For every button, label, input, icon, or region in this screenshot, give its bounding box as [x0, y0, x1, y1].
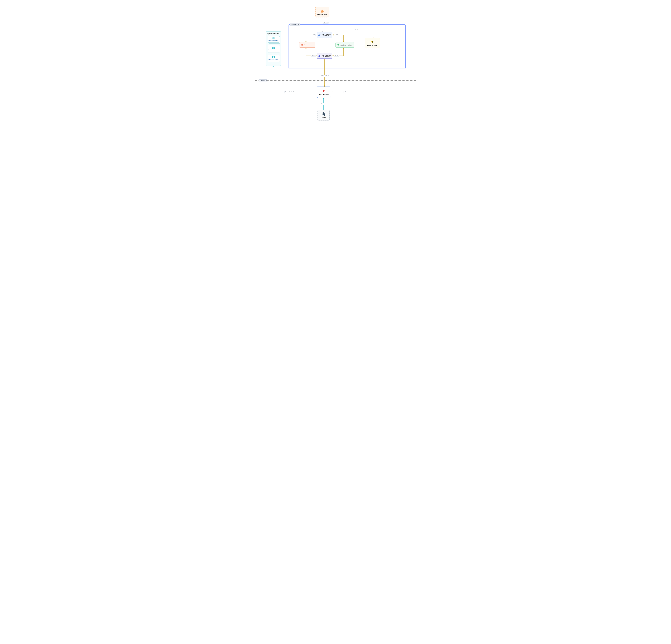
upstream-container: Upstream services Business service Busin… — [266, 31, 281, 66]
control-plane-label: Control Plane — [290, 23, 300, 26]
administrator-node: Administrator — [315, 7, 329, 17]
edge-dp-db: mTLS — [334, 55, 339, 56]
svg-point-17 — [324, 114, 325, 115]
user-admin-icon — [320, 9, 324, 13]
clients-node: Clients — [317, 110, 330, 120]
database-label: Relational Database — [340, 44, 352, 46]
clients-label: Clients — [321, 117, 326, 118]
edge-dash-prom: mTLS — [311, 34, 316, 36]
server-icon — [272, 47, 275, 49]
edge-dash-vault: mTLS — [354, 28, 359, 30]
svg-point-3 — [321, 10, 323, 11]
dashboard-label: API7 Enterprise Dashboard — [322, 34, 331, 37]
svg-rect-8 — [319, 35, 320, 35]
edge-admin-dashboard: HTTPS — [323, 22, 329, 24]
svg-point-15 — [372, 42, 372, 43]
edge-dp-prom: mTLS — [311, 55, 316, 56]
vault-icon — [371, 40, 374, 44]
database-node: Relational Database — [336, 42, 354, 48]
administrator-label: Administrator — [317, 14, 327, 15]
edge-dash-db: mTLS — [334, 34, 339, 36]
prometheus-icon — [301, 44, 303, 46]
dpmanager-node: API7 Enterprise DP Manager — [317, 53, 332, 59]
svg-point-13 — [337, 44, 339, 45]
manager-icon — [318, 54, 320, 57]
server-icon — [272, 56, 275, 58]
edge-gw-upstream: TLS / mTLS / plaintext — [284, 91, 298, 93]
dpmanager-label: API7 Enterprise DP Manager — [322, 54, 331, 57]
business-service-1: Business service — [268, 36, 279, 42]
business-service-2-label: Business service — [268, 49, 278, 51]
business-service-2: Business service — [268, 45, 279, 52]
gateway-node: API7 Gateway — [317, 87, 331, 97]
svg-rect-7 — [319, 35, 319, 35]
database-icon — [337, 44, 339, 46]
gateway-label: API7 Gateway — [319, 93, 329, 95]
business-service-3: Business service — [268, 55, 279, 61]
prometheus-node: Prometheus — [299, 42, 315, 48]
business-service-1-label: Business service — [268, 40, 278, 41]
dashboard-node: API7 Enterprise Dashboard — [317, 32, 332, 38]
data-plane-divider — [255, 80, 416, 81]
edge-dp-gateway: token / mTLS — [321, 75, 329, 77]
upstream-title: Upstream services — [267, 33, 279, 35]
dashboard-icon — [318, 34, 320, 36]
server-icon — [272, 37, 275, 39]
business-service-3-label: Business service — [268, 59, 278, 60]
prometheus-label: Prometheus — [304, 44, 311, 46]
globe-user-icon — [322, 112, 326, 116]
vault-node: Hashicorp Vault — [365, 38, 380, 49]
edge-clients-gw: TLS / mTLS / plaintext — [318, 103, 331, 105]
architecture-diagram: Control Plane Data Plane HTTPS mTLS mTLS… — [255, 0, 416, 134]
vault-label: Hashicorp Vault — [367, 45, 378, 46]
data-plane-label: Data Plane — [259, 79, 267, 82]
lightning-icon — [322, 89, 326, 93]
edge-gw-vault: mTLS — [344, 91, 348, 93]
svg-point-14 — [319, 55, 320, 56]
